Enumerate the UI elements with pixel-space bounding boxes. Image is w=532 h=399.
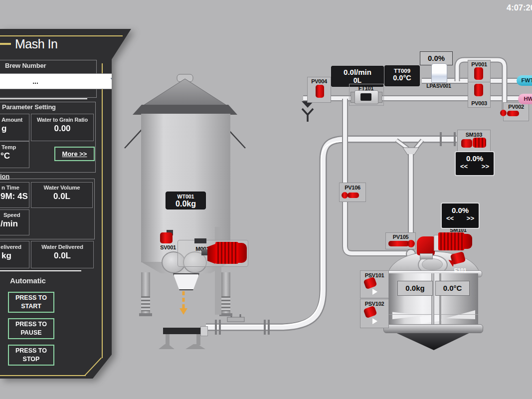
pv106-valve[interactable] (348, 193, 359, 198)
water-pipes (303, 60, 529, 253)
mash-in-hmi-screen: SV001 M003 WT001 0.0kg 0.0kg 0.0°C SM101 (0, 0, 532, 399)
fwt-flow-tag: FWT (517, 75, 532, 86)
sm103-label: SM103 (458, 132, 490, 138)
sv001-label: SV001 (157, 244, 179, 250)
water-grain-ratio-label: Water to Grain Ratio (31, 117, 93, 123)
run-time-label: n Time (1, 185, 29, 191)
sm103-motor[interactable] (473, 138, 486, 148)
speed-field: Speed /min (0, 209, 29, 235)
sm101-motor[interactable] (438, 232, 464, 250)
chevron-down-icon (110, 77, 121, 85)
sm101-elbow (417, 236, 435, 255)
pv002-valve[interactable] (507, 111, 519, 116)
parameter-setting-title: Parameter Setting (2, 103, 56, 111)
tank-temp-display: 0.0°C (435, 281, 470, 296)
agitator-blade (420, 314, 442, 324)
tt009-value: 0.0°C (385, 74, 419, 82)
sm101-speed-display: 0.0% << >> (441, 202, 480, 229)
water-temp-field: Temp °C (0, 141, 29, 168)
sm103-percent: 0.0% (456, 154, 494, 163)
clock: 4:07:20 (507, 3, 532, 12)
conveyor-leg (196, 334, 200, 345)
psv102-arrow-icon (372, 318, 377, 324)
flow-total: 0L (332, 76, 383, 84)
sm103-decrease-button[interactable]: << (460, 163, 468, 170)
m003-junction (194, 238, 206, 243)
pv004-valve[interactable] (316, 85, 324, 98)
sm101-decrease-button[interactable]: << (446, 214, 454, 222)
sm101-motor-cap (463, 234, 472, 249)
lpasv001-device[interactable] (431, 63, 447, 83)
title-dash (0, 43, 11, 45)
grain-amount-field: Amount g (0, 114, 29, 141)
tank-cone (392, 331, 473, 350)
speed-label: Speed (3, 212, 29, 218)
sm103-gearbox (461, 139, 472, 148)
wt001-display: WT001 0.0kg (166, 192, 206, 209)
sv001-valve[interactable] (160, 232, 173, 243)
more-button[interactable]: More >> (54, 147, 95, 161)
wt001-tag: WT001 (166, 194, 205, 200)
conveyor-coupling (200, 326, 208, 336)
tt009-tag: TT009 (385, 68, 419, 74)
water-temp-value: °C (0, 151, 29, 161)
hopper-leg-left (141, 272, 150, 314)
leg-foot (139, 313, 152, 316)
pv001-valve[interactable] (474, 67, 483, 80)
leg-adjuster (221, 296, 230, 311)
tt009-display: TT009 0.0°C (384, 65, 420, 86)
sm101-increase-button[interactable]: >> (467, 214, 474, 222)
pv105-label: PV105 (386, 234, 415, 240)
leg-adjuster (141, 296, 150, 311)
pv001-label: PV001 (468, 61, 490, 67)
e101-probe (447, 260, 454, 267)
sm103-speed-display: 0.0% << >> (455, 151, 495, 176)
brew-number-dropdown[interactable]: ... (0, 73, 126, 89)
pv002-label: PV002 (504, 104, 529, 110)
m003-motor[interactable] (215, 242, 238, 264)
pv105-valve[interactable] (388, 241, 409, 246)
press-to-stop-button[interactable]: PRESS TO STOP (8, 345, 54, 366)
water-delivered-value: 0.0L (31, 251, 93, 261)
hopper-leg-right (221, 272, 230, 314)
sidebar: Mash In Brew Number ... Parameter Settin… (0, 29, 133, 379)
pv105-junction (407, 240, 415, 247)
water-grain-ratio-field: Water to Grain Ratio 0.00 (31, 114, 94, 141)
psv101-arrow-icon (372, 289, 377, 295)
run-time-field: n Time 9M: 4S (0, 182, 29, 208)
ft101-body[interactable] (355, 90, 378, 104)
psv102-label: PSV102 (360, 301, 388, 307)
press-to-start-button[interactable]: PRESS TO START (8, 292, 54, 313)
grain-delivered-field: elivered kg (0, 241, 29, 268)
automatic-title: Automatic (10, 276, 46, 285)
water-volume-value: 0.0L (31, 192, 92, 201)
m003-motor-cap (238, 243, 247, 263)
wt001-value: 0.0kg (166, 200, 205, 208)
water-temp-label: Temp (1, 144, 29, 150)
hw-flow-tag: HW (518, 94, 532, 104)
press-to-pause-button[interactable]: PRESS TO PAUSE (8, 318, 54, 339)
water-volume-field: Water Volume 0.0L (31, 182, 93, 208)
drain-symbol (302, 101, 314, 122)
agitator-blade (392, 310, 423, 319)
divider (0, 270, 81, 271)
header-accent-line (0, 35, 123, 36)
tank-weight-display: 0.0kg (397, 281, 433, 296)
pv002-junction (500, 110, 507, 116)
flow-rate: 0.0l/min (332, 68, 383, 76)
m003-flange (207, 244, 215, 264)
pv003-valve[interactable] (474, 84, 483, 96)
psv101-label: PSV101 (360, 272, 388, 278)
sm103-increase-button[interactable]: >> (482, 163, 489, 170)
flow-arrow (179, 291, 187, 315)
conveyor-auger (163, 328, 202, 334)
pv106-label: PV106 (340, 185, 365, 191)
m003-shaft (201, 249, 208, 255)
water-grain-ratio-value: 0.00 (31, 124, 93, 134)
pv003-label: PV003 (468, 100, 490, 106)
sidebar-shadow-wrap: Mash In Brew Number ... Parameter Settin… (0, 29, 133, 379)
panel-accent-bottom (0, 375, 86, 376)
water-delivered-label: Water Delivered (31, 244, 93, 250)
water-volume-label: Water Volume (31, 185, 92, 191)
grain-amount-value: g (1, 124, 29, 134)
